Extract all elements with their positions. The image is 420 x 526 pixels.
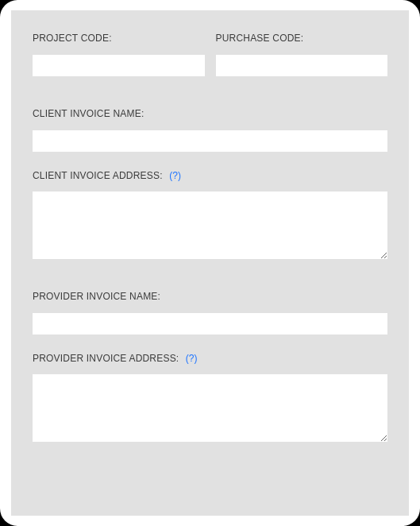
- purchase-code-field: PURCHASE CODE:: [216, 33, 388, 76]
- codes-row: PROJECT CODE: PURCHASE CODE:: [33, 33, 387, 92]
- project-code-input[interactable]: [33, 55, 205, 76]
- provider-invoice-address-input[interactable]: [33, 374, 387, 442]
- section-gap: [33, 275, 387, 291]
- form-panel: PROJECT CODE: PURCHASE CODE: CLIENT INVO…: [11, 10, 409, 516]
- purchase-code-label: PURCHASE CODE:: [216, 33, 388, 44]
- client-invoice-name-label: CLIENT INVOICE NAME:: [33, 108, 387, 119]
- provider-invoice-address-label-row: PROVIDER INVOICE ADDRESS: (?): [33, 350, 387, 365]
- help-icon[interactable]: (?): [186, 353, 198, 364]
- provider-invoice-name-field: PROVIDER INVOICE NAME:: [33, 291, 387, 335]
- client-invoice-address-input[interactable]: [33, 191, 387, 259]
- provider-invoice-name-label: PROVIDER INVOICE NAME:: [33, 291, 387, 302]
- purchase-code-input[interactable]: [216, 55, 388, 76]
- page-container: PROJECT CODE: PURCHASE CODE: CLIENT INVO…: [0, 0, 420, 526]
- section-gap: [33, 92, 387, 108]
- client-invoice-address-field: CLIENT INVOICE ADDRESS: (?): [33, 168, 387, 259]
- client-invoice-address-label: CLIENT INVOICE ADDRESS:: [33, 170, 163, 181]
- project-code-label: PROJECT CODE:: [33, 33, 205, 44]
- client-invoice-address-label-row: CLIENT INVOICE ADDRESS: (?): [33, 168, 387, 182]
- provider-invoice-name-input[interactable]: [33, 313, 387, 335]
- help-icon[interactable]: (?): [169, 170, 181, 181]
- provider-invoice-address-label: PROVIDER INVOICE ADDRESS:: [33, 353, 179, 364]
- client-invoice-name-input[interactable]: [33, 130, 387, 152]
- provider-invoice-address-field: PROVIDER INVOICE ADDRESS: (?): [33, 350, 387, 442]
- project-code-field: PROJECT CODE:: [33, 33, 205, 76]
- client-invoice-name-field: CLIENT INVOICE NAME:: [33, 108, 387, 152]
